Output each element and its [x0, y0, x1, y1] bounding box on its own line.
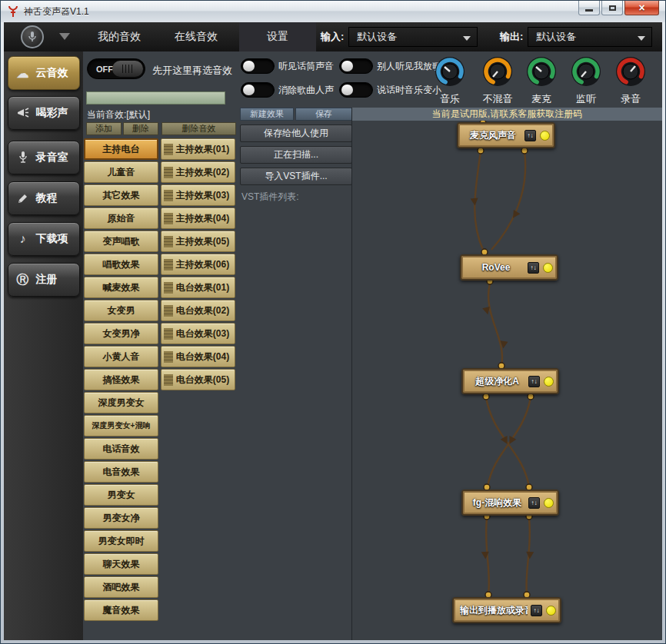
knob-dial	[433, 55, 467, 88]
effect-category-item[interactable]: 电话音效	[84, 438, 158, 460]
effect-category-item[interactable]: 原始音	[84, 207, 158, 229]
effect-preset-item[interactable]: 主持效果(02)	[161, 161, 235, 183]
node-output[interactable]: 输出到播放或录音 ↑↓	[452, 597, 561, 623]
delete-effect-button[interactable]: 删除	[123, 122, 158, 135]
minimize-button[interactable]	[578, 1, 600, 15]
effect-category-item[interactable]: 深度男变女+混响	[84, 415, 158, 437]
scanning-status-button[interactable]: 正在扫描...	[240, 146, 352, 164]
effect-category-item[interactable]: 魔音效果	[84, 599, 158, 621]
app-body: 我的音效 在线音效 设置 输入: 默认设备 输出: 默认设备	[4, 22, 662, 640]
output-device-select[interactable]: 默认设备	[528, 27, 652, 47]
effect-preset-item[interactable]: 主持效果(04)	[161, 207, 235, 229]
effect-category-item[interactable]: 男变女	[84, 484, 158, 506]
effect-preset-item[interactable]: 电台效果(05)	[161, 369, 235, 390]
layers-icon	[164, 213, 173, 224]
effect-preset-item[interactable]: 电台效果(01)	[161, 277, 235, 298]
profile-dropdown-icon[interactable]	[59, 33, 70, 40]
effect-category-item[interactable]: 酒吧效果	[84, 576, 158, 598]
close-button[interactable]: ×	[624, 1, 659, 15]
effect-preset-item[interactable]: 电台效果(02)	[161, 300, 235, 321]
sidebar-item-register[interactable]: Ⓡ 注册	[8, 263, 80, 297]
knob-dial	[569, 55, 603, 88]
input-device-value: 默认设备	[357, 30, 397, 44]
effect-category-item[interactable]: 喊麦效果	[84, 277, 158, 298]
import-vst-button[interactable]: 导入VST插件...	[240, 168, 352, 185]
sidebar-item-downloads[interactable]: ♪ 下载项	[8, 222, 80, 256]
effect-preset-item[interactable]: 主持效果(03)	[161, 184, 235, 206]
tab-my-effects[interactable]: 我的音效	[81, 22, 158, 51]
effect-preset-item[interactable]: 电台效果(03)	[161, 323, 235, 344]
effect-preset-item[interactable]: 主持效果(06)	[161, 254, 235, 275]
sidebar-item-recording-studio[interactable]: 录音室	[8, 141, 80, 174]
knob-monitor[interactable]: 监听	[564, 55, 608, 106]
trial-version-banner: 当前是试用版,请联系客服获取注册码	[352, 108, 662, 121]
effect-category-item[interactable]: 变声唱歌	[84, 231, 158, 252]
power-toggle-knob	[112, 61, 143, 77]
layers-icon	[164, 144, 173, 155]
node-enabled-indicator[interactable]	[540, 131, 550, 141]
effect-category-item[interactable]: 唱歌效果	[84, 254, 158, 275]
node-enabled-indicator[interactable]	[546, 606, 556, 616]
output-device-label: 输出:	[500, 30, 523, 44]
effect-category-item[interactable]: 男变女净	[84, 507, 158, 529]
input-device-select[interactable]: 默认设备	[348, 27, 478, 47]
chevron-down-icon	[463, 36, 471, 41]
effect-category-item[interactable]: 深度男变女	[84, 392, 158, 413]
effect-category-item[interactable]: 电音效果	[84, 461, 158, 483]
node-reorder-icon[interactable]: ↑↓	[524, 130, 536, 141]
delete-preset-button[interactable]: 删除音效	[162, 122, 236, 135]
effect-category-item[interactable]: 主持电台	[84, 138, 158, 160]
node-reorder-icon[interactable]: ↑↓	[528, 376, 540, 387]
effect-category-item[interactable]: 小黄人音	[84, 346, 158, 367]
tab-settings[interactable]: 设置	[239, 22, 316, 51]
node-rovee[interactable]: RoVee ↑↓	[460, 254, 558, 281]
node-mic-input[interactable]: 麦克风声音 ↑↓	[457, 122, 555, 148]
effect-preset-item[interactable]: 电台效果(04)	[161, 346, 235, 367]
node-reorder-icon[interactable]: ↑↓	[531, 605, 542, 616]
new-effect-button[interactable]: 新建效果	[240, 108, 294, 121]
effect-preset-item[interactable]: 主持效果(01)	[161, 138, 235, 160]
profile-button[interactable]	[21, 25, 44, 48]
effect-category-item[interactable]: 其它效果	[84, 184, 158, 206]
layers-icon	[164, 305, 173, 317]
effect-category-item[interactable]: 聊天效果	[84, 553, 158, 575]
knob-record[interactable]: 录音	[609, 55, 652, 106]
titlebar[interactable]: 神舌变声器V1.1 ×	[1, 1, 665, 22]
save-for-others-button[interactable]: 保存给他人使用	[240, 124, 352, 142]
tab-online-effects[interactable]: 在线音效	[158, 22, 235, 51]
registered-icon: Ⓡ	[15, 272, 31, 288]
toggle-others-hear-music[interactable]	[339, 58, 373, 74]
node-enabled-indicator[interactable]	[544, 377, 554, 387]
maximize-button[interactable]	[601, 1, 623, 15]
power-toggle[interactable]: OFF	[87, 58, 145, 79]
knob-music[interactable]: 音乐	[428, 55, 471, 106]
toggle-duck-music[interactable]	[339, 82, 373, 98]
effect-category-item[interactable]: 男变女即时	[84, 530, 158, 552]
save-button[interactable]: 保存	[295, 108, 352, 121]
effect-preset-item[interactable]: 主持效果(05)	[161, 231, 235, 252]
sidebar-item-tutorial[interactable]: 教程	[8, 181, 80, 215]
node-enabled-indicator[interactable]	[543, 263, 553, 273]
add-effect-button[interactable]: 添加	[86, 122, 122, 135]
node-reorder-icon[interactable]: ↑↓	[528, 497, 540, 509]
node-super-purify[interactable]: 超级净化A ↑↓	[461, 368, 559, 394]
node-reorder-icon[interactable]: ↑↓	[528, 262, 539, 274]
effect-category-item[interactable]: 女变男	[84, 300, 158, 321]
node-label: 超级净化A	[469, 375, 525, 388]
toggle-remove-vocals[interactable]	[241, 82, 275, 98]
effect-category-item[interactable]: 女变男净	[84, 323, 158, 344]
knob-no-mix[interactable]: 不混音	[476, 55, 519, 106]
node-enabled-indicator[interactable]	[544, 498, 554, 508]
chevron-down-icon	[638, 36, 645, 41]
sidebar-item-cheers[interactable]: 喝彩声	[8, 96, 80, 130]
effect-category-item[interactable]: 搞怪效果	[84, 369, 158, 390]
app-window: 神舌变声器V1.1 × 我的音效 在线音效 设置 输入	[0, 0, 666, 644]
layers-icon	[164, 374, 173, 386]
power-toggle-label: OFF	[88, 65, 113, 74]
sidebar-item-cloud-effects[interactable]: ☁ 云音效	[8, 56, 80, 90]
knob-mic[interactable]: 麦克	[520, 55, 563, 106]
effect-category-item[interactable]: 儿童音	[84, 161, 158, 183]
node-fg-reverb[interactable]: fg-混响效果 ↑↓	[461, 490, 559, 516]
toggle-hear-mic[interactable]	[241, 58, 275, 74]
microphone-icon	[15, 151, 31, 164]
